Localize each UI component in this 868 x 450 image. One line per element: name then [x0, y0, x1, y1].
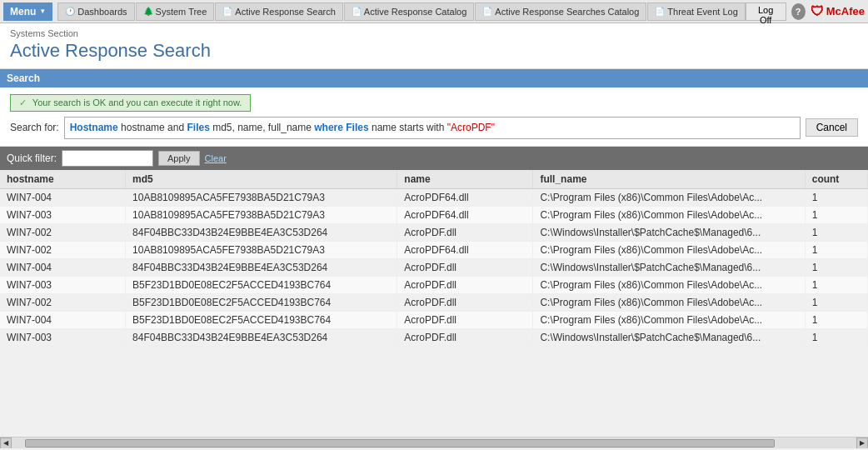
files-keyword-2: Files [346, 122, 368, 133]
doc-icon-4: 📄 [655, 7, 665, 16]
nav-tab-active-response-search[interactable]: 📄 Active Response Search [215, 2, 342, 21]
cell-count: 1 [805, 276, 867, 293]
table-row[interactable]: WIN7-00410AB8109895ACA5FE7938BA5D21C79A3… [0, 188, 868, 206]
col-header-hostname[interactable]: hostname [0, 170, 126, 189]
nav-tab-threat-event-log-label: Threat Event Log [667, 7, 737, 17]
nav-tab-active-response-catalog-label: Active Response Catalog [364, 7, 467, 17]
help-button[interactable]: ? [791, 3, 806, 20]
tree-icon: 🌲 [143, 7, 153, 16]
cell-md5: 84F04BBC33D43B24E9BBE4EA3C53D264 [126, 258, 397, 276]
cell-md5: 10AB8109895ACA5FE7938BA5D21C79A3 [126, 188, 397, 206]
fields-list: md5, name, full_name [212, 122, 312, 133]
page-wrapper: Menu ▼ 🕐 Dashboards 🌲 System Tree 📄 Acti… [0, 0, 868, 450]
cell-name: AcroPDF64.dll [397, 241, 533, 258]
nav-tabs: 🕐 Dashboards 🌲 System Tree 📄 Active Resp… [57, 2, 745, 21]
apply-button[interactable]: Apply [158, 151, 200, 166]
results-table-wrapper[interactable]: hostname md5 name full_name count WIN7-0… [0, 170, 868, 437]
menu-button[interactable]: Menu ▼ [3, 2, 52, 21]
col-header-count[interactable]: count [805, 170, 867, 189]
top-nav: Menu ▼ 🕐 Dashboards 🌲 System Tree 📄 Acti… [0, 0, 868, 23]
cell-count: 1 [805, 328, 867, 346]
nav-right: Log Off ? 🛡 McAfee [746, 2, 865, 21]
cell-full_name: C:\Program Files (x86)\Common Files\Adob… [533, 293, 805, 311]
cell-count: 1 [805, 206, 867, 223]
cell-count: 1 [805, 311, 867, 328]
nav-tab-active-response-catalog[interactable]: 📄 Active Response Catalog [344, 2, 475, 21]
table-row[interactable]: WIN7-00484F04BBC33D43B24E9BBE4EA3C53D264… [0, 258, 868, 276]
cell-full_name: C:\Windows\Installer\$PatchCache$\Manage… [533, 223, 805, 241]
check-icon: ✓ [19, 98, 27, 108]
table-body: WIN7-00410AB8109895ACA5FE7938BA5D21C79A3… [0, 188, 868, 346]
quick-filter-label: Quick filter: [7, 152, 57, 164]
cell-name: AcroPDF.dll [397, 276, 533, 293]
and1-text: and [167, 122, 187, 133]
table-row[interactable]: WIN7-003B5F23D1BD0E08EC2F5ACCED4193BC764… [0, 276, 868, 293]
table-row[interactable]: WIN7-00310AB8109895ACA5FE7938BA5D21C79A3… [0, 206, 868, 223]
horizontal-scrollbar[interactable]: ◀ ▶ [0, 437, 868, 448]
success-message: ✓ Your search is OK and you can execute … [10, 94, 858, 117]
quick-filter-bar: Quick filter: Apply Clear [0, 147, 868, 170]
nav-tab-threat-event-log[interactable]: 📄 Threat Event Log [647, 2, 745, 21]
search-for-label: Search for: [10, 122, 59, 133]
table-row[interactable]: WIN7-00384F04BBC33D43B24E9BBE4EA3C53D264… [0, 328, 868, 346]
cell-hostname: WIN7-003 [0, 206, 126, 223]
cancel-button[interactable]: Cancel [806, 118, 858, 137]
cell-md5: 84F04BBC33D43B24E9BBE4EA3C53D264 [126, 328, 397, 346]
cell-full_name: C:\Program Files (x86)\Common Files\Adob… [533, 241, 805, 258]
doc-icon-3: 📄 [482, 7, 492, 16]
clock-icon: 🕐 [65, 7, 75, 16]
starts-with-text: starts with [399, 122, 446, 133]
scroll-arrow-right[interactable]: ▶ [856, 438, 868, 448]
mcafee-shield-icon: 🛡 [811, 4, 824, 19]
table-row[interactable]: WIN7-004B5F23D1BD0E08EC2F5ACCED4193BC764… [0, 311, 868, 328]
search-value: "AcroPDF" [447, 122, 495, 133]
scroll-arrow-left[interactable]: ◀ [0, 438, 12, 448]
page-header: Systems Section Active Response Search [0, 23, 868, 69]
cell-hostname: WIN7-003 [0, 276, 126, 293]
nav-tab-system-tree[interactable]: 🌲 System Tree [136, 2, 215, 21]
cell-full_name: C:\Program Files (x86)\Common Files\Adob… [533, 188, 805, 206]
cell-count: 1 [805, 223, 867, 241]
col-header-fullname[interactable]: full_name [533, 170, 805, 189]
cell-full_name: C:\Windows\Installer\$PatchCache$\Manage… [533, 258, 805, 276]
cell-hostname: WIN7-003 [0, 328, 126, 346]
cell-md5: 84F04BBC33D43B24E9BBE4EA3C53D264 [126, 223, 397, 241]
nav-tab-active-response-searches-catalog[interactable]: 📄 Active Response Searches Catalog [475, 2, 646, 21]
search-for-row: Search for: Hostname hostname and Files … [10, 117, 858, 139]
cell-hostname: WIN7-002 [0, 241, 126, 258]
nav-tab-searches-catalog-label: Active Response Searches Catalog [495, 7, 639, 17]
clear-link[interactable]: Clear [205, 153, 227, 163]
nav-tab-dashboards-label: Dashboards [77, 7, 127, 17]
cell-full_name: C:\Program Files (x86)\Common Files\Adob… [533, 311, 805, 328]
cell-md5: B5F23D1BD0E08EC2F5ACCED4193BC764 [126, 276, 397, 293]
logout-button[interactable]: Log Off [746, 2, 786, 21]
nav-tab-dashboards[interactable]: 🕐 Dashboards [57, 2, 134, 21]
cell-md5: B5F23D1BD0E08EC2F5ACCED4193BC764 [126, 311, 397, 328]
cell-name: AcroPDF.dll [397, 311, 533, 328]
search-content: ✓ Your search is OK and you can execute … [0, 88, 868, 147]
quick-filter-input[interactable] [62, 150, 153, 167]
nav-tab-system-tree-label: System Tree [156, 7, 207, 17]
col-header-md5[interactable]: md5 [126, 170, 397, 189]
cell-full_name: C:\Program Files (x86)\Common Files\Adob… [533, 206, 805, 223]
cell-count: 1 [805, 188, 867, 206]
scroll-thumb[interactable] [25, 439, 775, 448]
cell-name: AcroPDF.dll [397, 293, 533, 311]
table-row[interactable]: WIN7-002B5F23D1BD0E08EC2F5ACCED4193BC764… [0, 293, 868, 311]
table-row[interactable]: WIN7-00210AB8109895ACA5FE7938BA5D21C79A3… [0, 241, 868, 258]
cell-hostname: WIN7-004 [0, 311, 126, 328]
search-query-box[interactable]: Hostname hostname and Files md5, name, f… [64, 117, 801, 139]
cell-full_name: C:\Windows\Installer\$PatchCache$\Manage… [533, 328, 805, 346]
search-section-label: Search [7, 72, 40, 84]
files-keyword: Files [187, 122, 209, 133]
table-row[interactable]: WIN7-00284F04BBC33D43B24E9BBE4EA3C53D264… [0, 223, 868, 241]
cell-name: AcroPDF.dll [397, 328, 533, 346]
table-header-row: hostname md5 name full_name count [0, 170, 868, 189]
cell-hostname: WIN7-002 [0, 223, 126, 241]
cell-full_name: C:\Program Files (x86)\Common Files\Adob… [533, 276, 805, 293]
cell-hostname: WIN7-002 [0, 293, 126, 311]
page-title: Active Response Search [10, 40, 858, 62]
col-header-name[interactable]: name [397, 170, 533, 189]
cell-hostname: WIN7-004 [0, 258, 126, 276]
name-field: name [372, 122, 397, 133]
